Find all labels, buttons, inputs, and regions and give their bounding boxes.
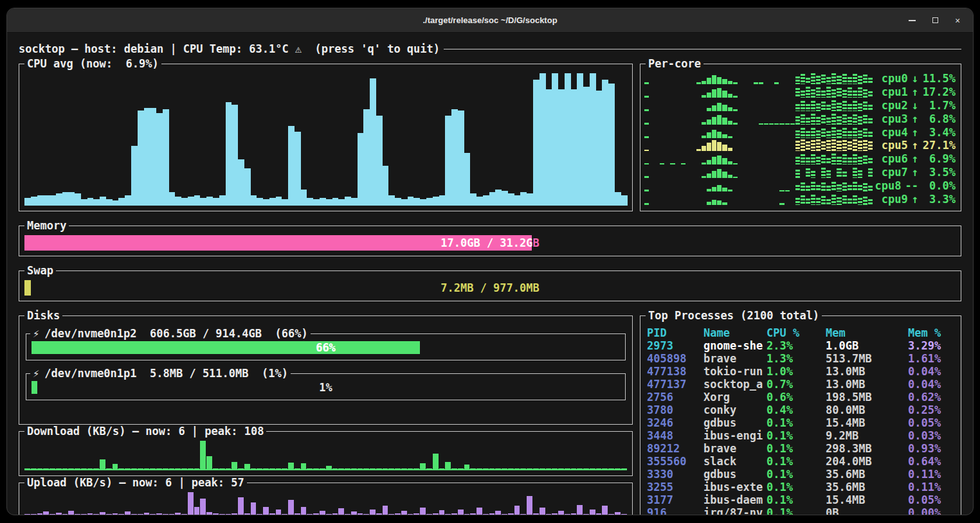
cpu-avg-bar (150, 108, 156, 206)
spark-bar (816, 139, 821, 151)
download-bar (332, 468, 338, 469)
download-bar (238, 468, 244, 469)
core-row-cpu8: cpu8--0.0% (644, 179, 956, 192)
download-bar (401, 468, 407, 469)
upload-bar (495, 511, 501, 515)
spark-bar (707, 173, 711, 178)
download-bar (540, 468, 545, 469)
spark-bar (806, 157, 810, 164)
spark-bar (821, 115, 826, 125)
upload-bar (320, 511, 325, 515)
spark-bar (806, 168, 810, 178)
window-titlebar[interactable]: ./target/release/soc ~/D/G/socktop ✕ (7, 8, 973, 33)
upload-bar (520, 514, 526, 515)
process-mem: 13.0MB (826, 365, 908, 378)
process-row: 3448ibus-engi0.1%9.2MB0.03% (647, 429, 956, 442)
close-button[interactable]: ✕ (955, 16, 960, 24)
spark-bar (837, 197, 841, 205)
spark-bar (816, 130, 821, 138)
upload-bar (395, 513, 401, 515)
upload-bar (31, 514, 37, 515)
core-usage-value: 27.1% (922, 139, 956, 152)
spark-bar (811, 101, 815, 111)
process-row: 3780conky0.4%80.0MB0.25% (647, 403, 956, 416)
maximize-button[interactable] (932, 17, 938, 23)
upload-bar (540, 508, 545, 515)
spark-bar (702, 146, 706, 151)
spark-bar (821, 141, 826, 152)
spark-bar (712, 105, 716, 111)
cpu-avg-bar (313, 199, 320, 206)
cpu-avg-bar (37, 195, 44, 206)
spark-bar (806, 78, 810, 84)
cpu-avg-bar (602, 80, 608, 206)
spark-bar (717, 155, 721, 164)
download-bar (156, 468, 162, 469)
spark-bar (795, 170, 800, 178)
upload-bar (615, 512, 621, 515)
upload-bar (358, 513, 363, 515)
process-memp: 0.04% (908, 378, 956, 391)
upload-bar (269, 513, 275, 515)
spark-bar (717, 185, 721, 191)
process-mem: 0B (826, 506, 908, 515)
cpu-avg-bar (470, 193, 476, 206)
spark-bar (816, 76, 821, 84)
spark-bar (717, 115, 721, 124)
upload-bar (458, 510, 464, 515)
download-bar (345, 468, 350, 469)
cpu-avg-bar (533, 80, 540, 206)
process-pid: 3780 (647, 403, 703, 416)
minimize-button[interactable] (909, 20, 916, 21)
cpu-avg-panel: CPU avg (now: 6.9%) (19, 64, 633, 211)
download-bar (514, 468, 520, 469)
spark-bar (728, 161, 732, 164)
spark-bar (868, 91, 873, 98)
spark-bar (853, 91, 857, 98)
core-name: cpu9 (882, 193, 908, 206)
spark-bar (712, 140, 716, 151)
disk-usage-gauge: 66% 66% (32, 341, 620, 354)
cpu-avg-bar (458, 111, 464, 206)
spark-bar (831, 73, 836, 84)
spark-bar (858, 76, 862, 84)
process-pid: 477137 (647, 378, 703, 391)
core-row-cpu7: cpu7↑3.5% (644, 166, 956, 179)
core-label: cpu3↑6.8% (873, 112, 956, 125)
upload-bar (62, 514, 68, 515)
core-usage-value: 3.3% (922, 193, 956, 206)
core-name: cpu1 (882, 85, 908, 98)
cpu-avg-bar (125, 195, 131, 206)
spark-bar (853, 154, 857, 164)
upload-bar (426, 514, 432, 515)
process-cpu: 0.1% (767, 442, 826, 455)
spark-bar (722, 91, 727, 98)
cpu-avg-bar (433, 197, 439, 206)
spark-bar (702, 176, 706, 178)
spark-bar (764, 123, 768, 125)
upload-bar (295, 513, 300, 515)
spark-bar (717, 200, 721, 205)
process-pid: 3246 (647, 416, 703, 429)
download-bar (458, 468, 464, 469)
spark-bar (779, 190, 784, 191)
upload-bar (24, 514, 30, 515)
disk-label: ⚡ /dev/nvme0n1p2 606.5GB / 914.4GB (66%) (30, 327, 311, 340)
download-bar (520, 468, 526, 469)
spark-bar (848, 77, 852, 84)
spark-bar (826, 118, 831, 125)
column-header: Mem % (908, 326, 956, 339)
core-trend-arrow: ↑ (912, 139, 918, 152)
core-row-cpu3: cpu3↑6.8% (644, 112, 956, 125)
cpu-avg-bar (439, 195, 446, 206)
spark-bar (848, 199, 852, 205)
cpu-avg-bar (43, 195, 50, 206)
download-bar (113, 464, 118, 469)
cpu-avg-bar (169, 192, 176, 206)
spark-bar (707, 202, 711, 205)
process-name: conky (703, 403, 767, 416)
process-mem: 198.5MB (826, 391, 908, 403)
process-cpu: 0.1% (767, 468, 826, 481)
download-bar (527, 468, 532, 469)
process-row: 477138tokio-run1.0%13.0MB0.04% (647, 365, 956, 378)
